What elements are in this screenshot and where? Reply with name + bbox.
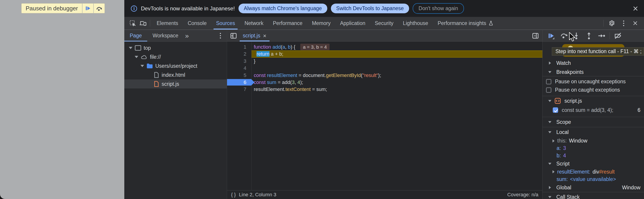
tree-item-top[interactable]: top: [124, 44, 227, 53]
scope-script-group[interactable]: Script: [542, 159, 644, 168]
scope-var-this[interactable]: this: Window: [542, 137, 644, 144]
navigator-more-options-button[interactable]: [215, 31, 226, 40]
line-number-gutter[interactable]: 6: [227, 79, 251, 86]
info-icon: [130, 5, 137, 12]
code-text[interactable]: return a + b;: [251, 50, 542, 57]
tree-item-project-folder[interactable]: Users/user/project: [124, 62, 227, 70]
pause-caught-checkbox[interactable]: [546, 87, 552, 93]
scope-global-group[interactable]: Global Window: [542, 183, 644, 192]
code-line[interactable]: 1function add(a, b) {a = 3, b = 4: [227, 44, 542, 50]
navigator-tab-workspace[interactable]: Workspace: [147, 30, 184, 41]
code-text[interactable]: }: [251, 58, 542, 65]
line-number-gutter[interactable]: 2: [227, 50, 251, 57]
inspect-element-button[interactable]: [128, 19, 138, 28]
line-number-gutter[interactable]: 3: [227, 58, 251, 65]
close-devtools-button[interactable]: [630, 19, 640, 28]
close-tab-icon[interactable]: ×: [263, 33, 266, 39]
more-tabs-icon[interactable]: »: [185, 32, 189, 40]
toggle-device-toolbar-button[interactable]: [138, 19, 148, 28]
infobar-close-icon[interactable]: [632, 6, 638, 12]
paused-in-debugger-overlay: Paused in debugger: [21, 3, 105, 13]
deactivate-breakpoints-button[interactable]: [612, 31, 624, 41]
pause-uncaught-exceptions-row[interactable]: Pause on uncaught exceptions: [542, 77, 644, 86]
tab-application[interactable]: Application: [335, 17, 370, 30]
code-line[interactable]: 6const sum = add(3, 4);: [227, 79, 542, 86]
tab-elements[interactable]: Elements: [152, 17, 183, 30]
pause-caught-exceptions-row[interactable]: Pause on caught exceptions: [542, 86, 644, 94]
step-icon: [598, 32, 605, 40]
code-line[interactable]: 5const resultElement = document.getEleme…: [227, 72, 542, 79]
navigator-tab-page[interactable]: Page: [124, 30, 147, 41]
settings-button[interactable]: [607, 19, 617, 28]
expand-arrow-icon: [548, 100, 552, 102]
section-watch[interactable]: Watch: [542, 58, 644, 68]
always-match-language-button[interactable]: Always match Chrome's language: [238, 4, 327, 13]
tab-security[interactable]: Security: [370, 17, 398, 30]
scope-local-group[interactable]: Local: [542, 127, 644, 137]
scope-var-a[interactable]: a: 3: [542, 144, 644, 152]
hide-navigator-button[interactable]: [228, 31, 239, 40]
code-line[interactable]: 2 return a + b;: [227, 50, 542, 57]
tab-performance[interactable]: Performance: [268, 17, 307, 30]
line-number-gutter[interactable]: 5: [227, 72, 251, 79]
expand-arrow-icon: [548, 121, 552, 123]
editor-tab-script-js[interactable]: script.js ×: [239, 30, 270, 41]
step-out-button[interactable]: [583, 31, 595, 41]
tab-memory[interactable]: Memory: [307, 17, 335, 30]
code-text[interactable]: resultElement.textContent = sum;: [251, 86, 542, 93]
tab-sources[interactable]: Sources: [211, 17, 240, 30]
tab-lighthouse[interactable]: Lighthouse: [398, 17, 433, 30]
scope-var-sum[interactable]: sum: <value unavailable>: [542, 175, 644, 183]
line-number: 5: [244, 73, 246, 78]
js-source-icon: [554, 98, 561, 104]
code-editor[interactable]: 1function add(a, b) {a = 3, b = 42 retur…: [227, 42, 542, 190]
breakpoint-enabled-checkbox[interactable]: [553, 107, 558, 113]
editor-tab-strip: script.js ×: [227, 30, 542, 42]
tab-console[interactable]: Console: [183, 17, 211, 30]
editor-pane: script.js × 1function add(a, b) {a = 3, …: [227, 30, 542, 199]
code-text[interactable]: const sum = add(3, 4);: [251, 79, 542, 86]
dont-show-again-button[interactable]: Don't show again: [413, 3, 464, 14]
gutter-divider: [251, 42, 252, 190]
code-text[interactable]: [251, 65, 542, 72]
line-number: 4: [244, 65, 246, 71]
expand-arrow-icon[interactable]: [140, 65, 144, 67]
breakpoint-group-script-js[interactable]: script.js: [542, 96, 644, 106]
code-line[interactable]: 4: [227, 65, 542, 72]
tree-item-file-origin[interactable]: file://: [124, 53, 227, 62]
overlay-step-over-button[interactable]: [93, 4, 104, 13]
tab-network[interactable]: Network: [240, 17, 268, 30]
page-background: [0, 0, 124, 199]
scope-var-result-element[interactable]: resultElement: div #result: [542, 168, 644, 175]
section-breakpoints[interactable]: Breakpoints: [542, 68, 644, 76]
switch-devtools-japanese-button[interactable]: Switch DevTools to Japanese: [331, 4, 409, 13]
line-number-gutter[interactable]: 7: [227, 86, 251, 93]
tab-performance-insights[interactable]: Performance insights: [433, 17, 498, 30]
more-options-button[interactable]: [618, 19, 629, 28]
section-call-stack[interactable]: Call Stack: [542, 192, 644, 199]
code-text[interactable]: const resultElement = document.getElemen…: [251, 72, 542, 79]
mouse-cursor: [568, 32, 576, 43]
folder-icon: [146, 63, 153, 69]
section-scope[interactable]: Scope: [542, 117, 644, 127]
expand-arrow-icon[interactable]: [129, 47, 132, 49]
show-debugger-sidebar-button[interactable]: [530, 31, 540, 40]
gear-icon: [608, 20, 615, 27]
code-text[interactable]: function add(a, b) {a = 3, b = 4: [251, 44, 542, 50]
line-number-gutter[interactable]: 1: [227, 44, 251, 50]
code-line[interactable]: 3}: [227, 58, 542, 65]
overlay-resume-button[interactable]: [82, 4, 93, 13]
scope-var-b[interactable]: b: 4: [542, 152, 644, 159]
step-button[interactable]: [595, 31, 608, 41]
code-line[interactable]: 7resultElement.textContent = sum;: [227, 86, 542, 93]
line-number: 1: [244, 44, 246, 50]
expand-arrow-icon[interactable]: [135, 56, 138, 58]
line-number-gutter[interactable]: 4: [227, 65, 251, 72]
tree-item-script-js[interactable]: script.js: [124, 79, 227, 88]
pretty-print-icon[interactable]: { }: [231, 192, 236, 198]
tree-item-index-html[interactable]: index.html: [124, 70, 227, 79]
panel-left-icon: [230, 32, 237, 39]
breakpoint-entry[interactable]: const sum = add(3, 4); 6: [542, 106, 644, 115]
pause-uncaught-checkbox[interactable]: [546, 79, 552, 84]
resume-script-button[interactable]: [545, 31, 558, 41]
